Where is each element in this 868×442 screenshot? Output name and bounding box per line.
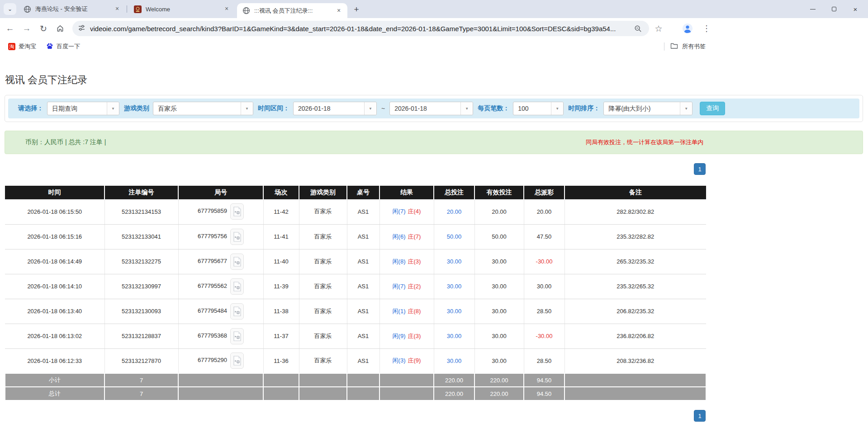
result-cell: 闲(7)庄(4) xyxy=(379,199,434,224)
time-sort-select[interactable]: 降幂(由大到小) ▼ xyxy=(603,102,693,115)
maximize-button[interactable] xyxy=(830,5,839,14)
bet-records-table: 时间 注单编号 局号 场次 游戏类别 桌号 结果 总投注 有效投注 总派彩 备注… xyxy=(5,186,707,401)
round-no-value: 677795484 xyxy=(198,307,227,314)
bookmark-aitaobao[interactable]: 淘 爱淘宝 xyxy=(6,41,38,52)
tab-search-button[interactable]: ⌄ xyxy=(4,3,16,15)
search-button[interactable]: 查询 xyxy=(700,102,725,115)
col-bet-no: 注单编号 xyxy=(104,186,178,199)
profile-avatar[interactable] xyxy=(681,22,694,35)
payout-cell: -30.00 xyxy=(524,324,564,348)
total-bet-link[interactable]: 30.00 xyxy=(447,357,462,364)
maximize-icon xyxy=(832,7,836,11)
back-button[interactable]: ← xyxy=(3,22,17,35)
home-button[interactable] xyxy=(53,22,67,35)
total-bet-cell: 30.00 xyxy=(434,249,474,274)
bookmark-baidu[interactable]: 百度一下 xyxy=(44,41,82,52)
url-text: videoie.com/game/betrecord_search/kind3?… xyxy=(90,25,627,33)
session-cell: 11-37 xyxy=(263,324,299,348)
result-cell: 闲(7)庄(2) xyxy=(379,274,434,299)
col-remark: 备注 xyxy=(564,186,706,199)
all-bookmarks[interactable]: 所有书签 xyxy=(664,42,706,51)
query-type-select[interactable]: 日期查询 ▼ xyxy=(47,102,119,115)
reload-button[interactable]: ↻ xyxy=(37,22,50,35)
valid-bet-cell: 20.00 xyxy=(474,199,524,224)
table-no-cell: AS1 xyxy=(347,249,379,274)
game-type-cell: 百家乐 xyxy=(299,199,347,224)
round-no-value: 677795368 xyxy=(198,332,227,339)
round-no-cell: 677795484 xyxy=(178,299,263,324)
game-type-select[interactable]: 百家乐 ▼ xyxy=(153,102,253,115)
remark-cell: 236.82/206.82 xyxy=(564,324,706,348)
result-banker: 庄(7) xyxy=(408,233,421,240)
total-bet-link[interactable]: 20.00 xyxy=(447,208,462,215)
table-row: 2026-01-18 06:14:10 523132130997 6777955… xyxy=(5,274,706,299)
table-row: 2026-01-18 06:13:40 523132130093 6777954… xyxy=(5,299,706,324)
total-bet-cell: 30.00 xyxy=(434,274,474,299)
url-bar[interactable]: videoie.com/game/betrecord_search/kind3?… xyxy=(72,21,649,36)
total-bet-cell: 30.00 xyxy=(434,324,474,348)
close-icon[interactable]: × xyxy=(113,5,121,13)
video-replay-button[interactable] xyxy=(230,254,244,270)
table-no-cell: AS1 xyxy=(347,324,379,348)
total-bet-link[interactable]: 30.00 xyxy=(447,258,462,265)
close-icon[interactable]: × xyxy=(223,5,231,13)
browser-menu-icon[interactable]: ⋮ xyxy=(700,22,713,35)
round-no-value: 677795859 xyxy=(198,208,227,215)
valid-bet-cell: 50.00 xyxy=(474,224,524,249)
close-icon[interactable]: × xyxy=(335,7,343,15)
game-type-value: 百家乐 xyxy=(153,102,241,115)
forward-button[interactable]: → xyxy=(20,22,33,35)
video-replay-button[interactable] xyxy=(230,229,244,245)
site-info-icon[interactable] xyxy=(78,24,85,33)
table-row: 2026-01-18 06:12:33 523132127870 6777952… xyxy=(5,348,706,373)
col-round-no: 局号 xyxy=(178,186,263,199)
total-bet-link[interactable]: 30.00 xyxy=(447,333,462,339)
result-cell: 闲(9)庄(3) xyxy=(379,324,434,348)
table-no-cell: AS1 xyxy=(347,299,379,324)
round-no-cell: 677795859 xyxy=(178,199,263,224)
total-total-bet: 220.00 xyxy=(434,387,474,400)
chevron-down-icon: ▼ xyxy=(364,102,376,115)
window-controls: × xyxy=(808,0,860,18)
close-window-button[interactable]: × xyxy=(851,5,860,14)
page-1-button[interactable]: 1 xyxy=(694,163,706,175)
tab-bet-records-active[interactable]: :::视讯 会员下注纪录::: × xyxy=(237,3,347,18)
total-bet-link[interactable]: 30.00 xyxy=(447,308,462,315)
video-replay-button[interactable] xyxy=(230,353,244,369)
col-table-no: 桌号 xyxy=(347,186,379,199)
bet-table-body: 2026-01-18 06:15:50 523132134153 6777958… xyxy=(5,199,706,373)
session-cell: 11-38 xyxy=(263,299,299,324)
date-start-select[interactable]: 2026-01-18 ▼ xyxy=(293,102,377,115)
new-tab-button[interactable]: + xyxy=(351,4,362,15)
bookmark-star-icon[interactable]: ☆ xyxy=(652,22,665,35)
zoom-indicator-icon[interactable] xyxy=(631,22,645,35)
result-cell: 闲(1)庄(8) xyxy=(379,299,434,324)
game-type-cell: 百家乐 xyxy=(299,249,347,274)
bet-no-cell: 523132134153 xyxy=(104,199,178,224)
date-end-select[interactable]: 2026-01-18 ▼ xyxy=(389,102,473,115)
col-payout: 总派彩 xyxy=(524,186,564,199)
video-replay-button[interactable] xyxy=(230,303,244,320)
video-replay-button[interactable] xyxy=(230,278,244,295)
result-player: 闲(8) xyxy=(393,258,406,265)
result-player: 闲(1) xyxy=(393,308,406,315)
payout-cell: 30.00 xyxy=(524,274,564,299)
game-type-cell: 百家乐 xyxy=(299,299,347,324)
tab-haiyan-forum[interactable]: 海燕论坛 - 安全验证 × xyxy=(18,0,126,18)
table-no-cell: AS1 xyxy=(347,274,379,299)
total-bet-cell: 50.00 xyxy=(434,224,474,249)
browser-window: ⌄ 海燕论坛 - 安全验证 × Welcome × :::视讯 会员下注纪录::… xyxy=(0,0,868,442)
video-replay-button[interactable] xyxy=(230,328,244,344)
total-bet-link[interactable]: 30.00 xyxy=(447,283,462,290)
valid-bet-cell: 30.00 xyxy=(474,324,524,348)
page-1-button[interactable]: 1 xyxy=(694,410,706,422)
tab-welcome[interactable]: Welcome × xyxy=(128,0,235,18)
game-type-cell: 百家乐 xyxy=(299,274,347,299)
per-page-select[interactable]: 100 ▼ xyxy=(513,102,564,115)
minimize-button[interactable] xyxy=(808,5,817,14)
chevron-down-icon: ⌄ xyxy=(8,6,12,12)
round-no-cell: 677795562 xyxy=(178,274,263,299)
video-replay-button[interactable] xyxy=(230,203,244,220)
result-banker: 庄(9) xyxy=(408,357,421,364)
total-bet-link[interactable]: 50.00 xyxy=(447,233,462,240)
